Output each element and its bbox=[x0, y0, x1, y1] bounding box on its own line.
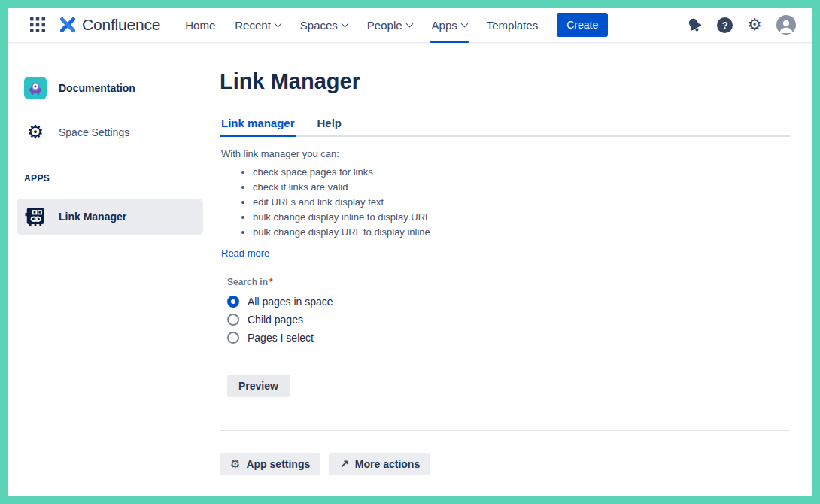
radio-option-child-pages[interactable]: Child pages bbox=[227, 314, 790, 326]
app-switcher-icon[interactable] bbox=[30, 17, 45, 32]
page-body: Documentation ⚙ Space Settings APPS bbox=[8, 43, 812, 496]
more-actions-label: More actions bbox=[355, 458, 420, 470]
nav-people[interactable]: People bbox=[357, 8, 422, 43]
confluence-logo-text: Confluence bbox=[82, 16, 160, 34]
top-navbar: Confluence Home Recent Spaces People App… bbox=[8, 8, 812, 43]
sidebar-item-link-manager[interactable]: Link Manager bbox=[17, 199, 203, 235]
app-window: Confluence Home Recent Spaces People App… bbox=[0, 0, 820, 504]
tab-link-manager[interactable]: Link manager bbox=[220, 114, 296, 137]
radio-button-selected[interactable] bbox=[227, 296, 239, 308]
nav-home-label: Home bbox=[185, 19, 215, 32]
feature-list: check space pages for links check if lin… bbox=[220, 166, 790, 238]
link-manager-app-icon bbox=[24, 205, 47, 228]
sidebar-item-label: Documentation bbox=[59, 82, 135, 94]
notifications-bell-icon[interactable] bbox=[683, 14, 706, 36]
nav-templates[interactable]: Templates bbox=[477, 8, 548, 43]
more-actions-button[interactable]: ↗ More actions bbox=[329, 453, 430, 475]
arrow-up-right-icon: ↗ bbox=[339, 459, 349, 470]
feature-item: bulk change display URL to display inlin… bbox=[253, 226, 790, 238]
sidebar-item-label: Space Settings bbox=[59, 126, 129, 138]
confluence-logo[interactable]: Confluence bbox=[59, 16, 160, 34]
feature-item: check if links are valid bbox=[253, 181, 790, 193]
sidebar-section-apps: APPS bbox=[24, 173, 203, 184]
help-icon[interactable]: ? bbox=[717, 17, 733, 33]
tab-bar: Link manager Help bbox=[220, 114, 790, 137]
chevron-down-icon bbox=[460, 20, 468, 27]
sidebar-item-documentation[interactable]: Documentation bbox=[17, 70, 203, 106]
read-more-link[interactable]: Read more bbox=[221, 247, 269, 259]
nav-recent-label: Recent bbox=[235, 19, 271, 32]
section-divider bbox=[220, 430, 790, 431]
app-settings-label: App settings bbox=[246, 458, 310, 470]
radio-button[interactable] bbox=[227, 314, 239, 326]
chevron-down-icon bbox=[341, 20, 348, 27]
sidebar-item-space-settings[interactable]: ⚙ Space Settings bbox=[17, 114, 203, 150]
nav-recent[interactable]: Recent bbox=[225, 8, 290, 43]
radio-button[interactable] bbox=[227, 332, 239, 344]
page-title: Link Manager bbox=[220, 69, 790, 94]
nav-people-label: People bbox=[367, 19, 402, 32]
radio-option-label: Pages I select bbox=[248, 332, 314, 344]
space-sidebar: Documentation ⚙ Space Settings APPS bbox=[8, 43, 212, 496]
radio-option-label: Child pages bbox=[248, 314, 303, 326]
required-marker: * bbox=[269, 277, 273, 287]
intro-text: With link manager you can: bbox=[221, 148, 790, 159]
settings-gear-icon[interactable]: ⚙ bbox=[747, 17, 762, 33]
nav-apps[interactable]: Apps bbox=[422, 8, 477, 43]
search-in-label-text: Search in bbox=[227, 277, 268, 287]
feature-item: edit URLs and link display text bbox=[253, 196, 790, 208]
main-content: Link Manager Link manager Help With link… bbox=[212, 43, 812, 496]
feature-item: bulk change display inline to display UR… bbox=[253, 211, 790, 223]
navbar-actions: ? ⚙ bbox=[686, 15, 796, 35]
space-avatar-icon bbox=[24, 77, 47, 99]
search-in-label: Search in* bbox=[227, 277, 790, 287]
space-settings-gear-icon: ⚙ bbox=[24, 121, 47, 144]
feature-item: check space pages for links bbox=[253, 166, 790, 178]
footer-actions: ⚙ App settings ↗ More actions bbox=[220, 453, 790, 475]
confluence-logo-icon bbox=[59, 16, 77, 34]
nav-spaces-label: Spaces bbox=[300, 19, 338, 32]
gear-icon: ⚙ bbox=[230, 459, 240, 470]
search-in-radio-group: All pages in space Child pages Pages I s… bbox=[220, 296, 790, 344]
radio-option-all-pages[interactable]: All pages in space bbox=[227, 296, 790, 308]
preview-button[interactable]: Preview bbox=[227, 375, 290, 397]
user-avatar[interactable] bbox=[776, 15, 796, 35]
nav-home[interactable]: Home bbox=[175, 8, 225, 43]
sidebar-item-label: Link Manager bbox=[59, 211, 126, 223]
nav-apps-label: Apps bbox=[432, 19, 457, 32]
tab-help[interactable]: Help bbox=[316, 114, 344, 137]
nav-templates-label: Templates bbox=[487, 19, 538, 32]
primary-nav: Home Recent Spaces People Apps Templates bbox=[175, 8, 548, 43]
create-button[interactable]: Create bbox=[557, 13, 608, 37]
chevron-down-icon bbox=[405, 20, 413, 27]
chevron-down-icon bbox=[274, 20, 281, 27]
app-settings-button[interactable]: ⚙ App settings bbox=[220, 453, 320, 475]
radio-option-pages-i-select[interactable]: Pages I select bbox=[227, 332, 790, 344]
nav-spaces[interactable]: Spaces bbox=[290, 8, 357, 43]
radio-option-label: All pages in space bbox=[248, 296, 333, 308]
